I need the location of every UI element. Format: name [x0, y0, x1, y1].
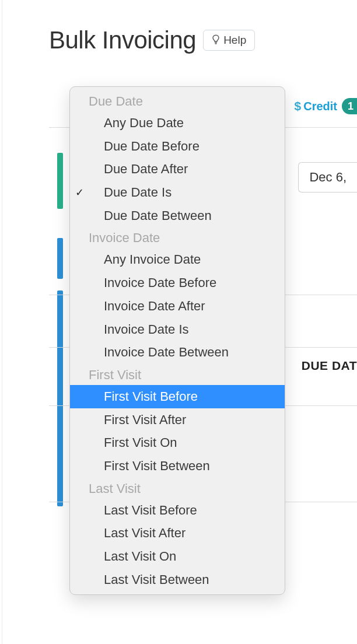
dropdown-item-label: Invoice Date Between	[89, 344, 229, 361]
dropdown-group-label: Due Date	[70, 90, 285, 111]
dropdown-item-label: Last Visit After	[89, 524, 186, 542]
dropdown-item-label: Invoice Date Before	[89, 274, 216, 292]
help-button[interactable]: Help	[203, 30, 255, 51]
dropdown-item[interactable]: Invoice Date After	[70, 295, 285, 318]
dropdown-item[interactable]: Invoice Date Before	[70, 271, 285, 295]
filter-indicator-bar	[57, 238, 63, 279]
dropdown-item-label: First Visit After	[89, 411, 186, 429]
column-header-due-date[interactable]: DUE DAT	[302, 359, 357, 373]
dropdown-item[interactable]: Last Visit Between	[70, 568, 285, 592]
dropdown-item-label: Any Invoice Date	[89, 251, 201, 268]
checkmark-icon: ✓	[70, 186, 89, 200]
dropdown-item[interactable]: Due Date Between	[70, 204, 285, 228]
credit-label: Credit	[303, 100, 337, 113]
dropdown-item[interactable]: Invoice Date Is	[70, 318, 285, 341]
filter-indicator-bar	[57, 290, 63, 506]
dropdown-item-label: Any Due Date	[89, 114, 184, 132]
credit-badge: 1	[342, 98, 357, 114]
lightbulb-icon	[212, 34, 220, 47]
dropdown-item-label: Due Date Is	[89, 184, 172, 201]
dropdown-item[interactable]: Due Date Before	[70, 135, 285, 158]
dropdown-item-label: Due Date Between	[89, 207, 212, 225]
dropdown-group-label: First Visit	[70, 364, 285, 385]
dropdown-item-label: Last Visit Between	[89, 571, 209, 589]
dropdown-item[interactable]: First Visit After	[70, 408, 285, 432]
date-input[interactable]: Dec 6,	[298, 162, 357, 192]
dropdown-item-label: Last Visit On	[89, 548, 176, 565]
dropdown-item[interactable]: First Visit On	[70, 431, 285, 454]
page-header: Bulk Invoicing Help	[49, 26, 357, 54]
date-filter-dropdown[interactable]: Due DateAny Due DateDue Date BeforeDue D…	[69, 86, 285, 595]
dropdown-item-label: Invoice Date After	[89, 298, 205, 315]
dropdown-item[interactable]: ✓Due Date Is	[70, 181, 285, 204]
dropdown-item[interactable]: Last Visit After	[70, 522, 285, 545]
dropdown-item[interactable]: Any Invoice Date	[70, 248, 285, 271]
dropdown-item[interactable]: Due Date After	[70, 158, 285, 181]
dropdown-item[interactable]: First Visit Between	[70, 454, 285, 478]
dropdown-item-label: First Visit Between	[89, 457, 210, 475]
dropdown-item[interactable]: Any Due Date	[70, 111, 285, 135]
help-label: Help	[223, 34, 246, 47]
dropdown-group-label: Invoice Date	[70, 227, 285, 248]
dropdown-item-label: First Visit Before	[89, 388, 198, 405]
dropdown-item-label: Invoice Date Is	[89, 321, 189, 338]
dropdown-item-label: Due Date Before	[89, 138, 200, 155]
dropdown-item-label: First Visit On	[89, 434, 177, 452]
dropdown-item[interactable]: Last Visit Before	[70, 499, 285, 522]
dropdown-item[interactable]: Invoice Date Between	[70, 341, 285, 364]
dollar-icon: $	[295, 99, 302, 113]
dropdown-item-label: Last Visit Before	[89, 502, 197, 519]
dropdown-item[interactable]: Last Visit On	[70, 545, 285, 568]
page-title: Bulk Invoicing	[49, 26, 196, 54]
dropdown-group-label: Last Visit	[70, 478, 285, 499]
dropdown-item-label: Due Date After	[89, 160, 188, 178]
dropdown-item[interactable]: First Visit Before	[70, 385, 285, 408]
